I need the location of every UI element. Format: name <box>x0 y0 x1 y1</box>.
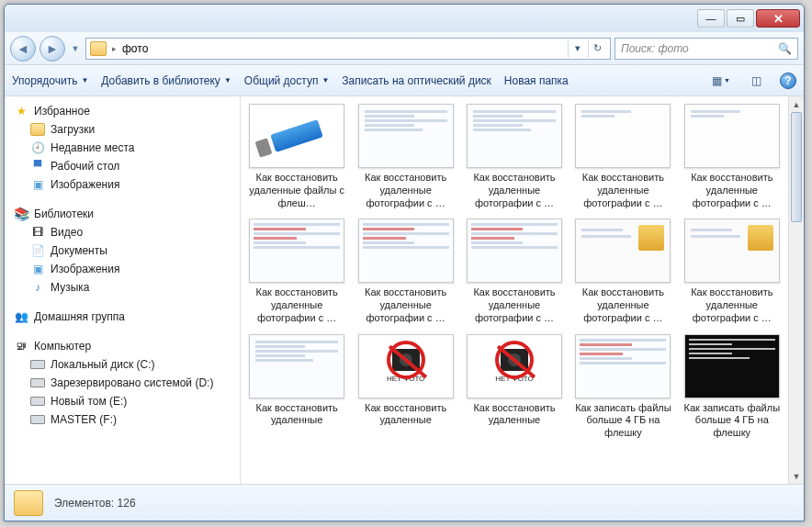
address-bar[interactable]: ▸ фото ▾ ↻ <box>85 38 611 60</box>
computer-group[interactable]: 🖳Компьютер <box>10 337 240 355</box>
share-menu[interactable]: Общий доступ▼ <box>244 74 330 87</box>
refresh-button[interactable]: ↻ <box>588 39 606 58</box>
file-thumbnail[interactable]: Как записать файлы больше 4 ГБ на флешку <box>570 332 675 442</box>
sidebar-item-desktop[interactable]: ▀Рабочий стол <box>10 157 240 175</box>
sidebar-item-downloads[interactable]: Загрузки <box>10 120 240 139</box>
file-thumbnail[interactable]: Как восстановить удаленные фотографии с … <box>244 217 349 326</box>
minimize-button[interactable]: — <box>697 9 725 28</box>
drive-icon <box>30 357 45 372</box>
new-folder-button[interactable]: Новая папка <box>504 74 569 87</box>
thumbnail-label: Как восстановить удаленные фотографии с … <box>356 286 456 324</box>
breadcrumb-folder[interactable]: фото <box>122 42 148 55</box>
scroll-track[interactable] <box>789 222 804 468</box>
file-thumbnail[interactable]: Как восстановить удаленные фотографии с … <box>462 102 567 211</box>
back-button[interactable]: ◄ <box>10 36 36 62</box>
status-bar: Элементов: 126 <box>5 484 804 521</box>
sidebar-item-recent[interactable]: 🕘Недавние места <box>10 139 240 157</box>
nav-pane: ★Избранное Загрузки 🕘Недавние места ▀Раб… <box>5 96 241 484</box>
file-thumbnail[interactable]: Как восстановить удаленные фотографии с … <box>570 102 675 211</box>
status-text: Элементов: 126 <box>54 497 136 510</box>
thumbnail-label: Как восстановить удаленные фотографии с … <box>682 286 782 324</box>
close-button[interactable]: ✕ <box>756 9 800 28</box>
folder-icon <box>14 490 43 516</box>
thumbnail-image <box>467 219 562 283</box>
sidebar-item-drive-e[interactable]: Новый том (E:) <box>10 392 240 410</box>
libraries-group[interactable]: 📚Библиотеки <box>10 205 240 223</box>
explorer-window: — ▭ ✕ ◄ ► ▼ ▸ фото ▾ ↻ Поиск: фото 🔍 Упо… <box>4 4 805 521</box>
search-input[interactable]: Поиск: фото 🔍 <box>615 38 798 60</box>
drive-icon <box>30 394 45 409</box>
scroll-thumb[interactable] <box>791 112 802 222</box>
add-to-library-menu[interactable]: Добавить в библиотеку▼ <box>101 74 231 87</box>
sidebar-item-images[interactable]: ▣Изображения <box>10 175 240 194</box>
sidebar-item-documents[interactable]: 📄Документы <box>10 241 240 260</box>
sidebar-item-drive-f[interactable]: MASTER (F:) <box>10 410 240 429</box>
nav-bar: ◄ ► ▼ ▸ фото ▾ ↻ Поиск: фото 🔍 <box>5 32 804 65</box>
thumbnail-image <box>249 219 344 283</box>
maximize-button[interactable]: ▭ <box>727 9 754 28</box>
file-thumbnail[interactable]: НЕТ ФОТОКак восстановить удаленные <box>353 332 457 442</box>
folder-icon <box>90 41 107 56</box>
organize-menu[interactable]: Упорядочить▼ <box>12 74 88 87</box>
thumbnail-image: НЕТ ФОТО <box>358 334 454 398</box>
documents-icon: 📄 <box>30 243 45 258</box>
libraries-icon: 📚 <box>14 207 28 221</box>
thumbnail-image <box>249 334 344 398</box>
homegroup-icon: 👥 <box>14 309 28 324</box>
thumbnail-label: Как восстановить удаленные файлы с флеш… <box>247 172 346 209</box>
images-icon: ▣ <box>30 262 45 276</box>
thumbnail-label: Как записать файлы больше 4 ГБ на флешку <box>682 402 782 440</box>
music-icon: ♪ <box>30 280 45 295</box>
thumbnail-image: НЕТ ФОТО <box>467 334 562 398</box>
address-dropdown[interactable]: ▾ <box>568 39 586 58</box>
scroll-up-button[interactable]: ▲ <box>789 96 804 112</box>
file-thumbnail[interactable]: Как восстановить удаленные фотографии с … <box>680 102 784 211</box>
thumbnail-label: Как восстановить удаленные <box>356 402 456 428</box>
help-button[interactable]: ? <box>780 73 796 89</box>
thumbnail-label: Как восстановить удаленные фотографии с … <box>465 172 564 209</box>
breadcrumb-separator: ▸ <box>112 44 117 53</box>
thumbnail-image <box>575 334 671 398</box>
file-thumbnail[interactable]: Как восстановить удаленные фотографии с … <box>680 217 784 326</box>
thumbnail-image <box>684 219 780 283</box>
thumbnail-image <box>358 104 454 168</box>
burn-button[interactable]: Записать на оптический диск <box>342 74 491 87</box>
sidebar-item-lib-images[interactable]: ▣Изображения <box>10 260 240 278</box>
history-dropdown[interactable]: ▼ <box>69 44 82 53</box>
thumbnail-image <box>684 104 780 168</box>
computer-icon: 🖳 <box>14 339 28 353</box>
sidebar-item-video[interactable]: 🎞Видео <box>10 223 240 241</box>
file-thumbnail[interactable]: НЕТ ФОТОКак восстановить удаленные <box>462 332 567 442</box>
forward-button[interactable]: ► <box>39 36 65 62</box>
file-thumbnail[interactable]: Как восстановить удаленные фотографии с … <box>353 217 457 326</box>
search-icon: 🔍 <box>778 42 792 55</box>
thumbnail-label: Как восстановить удаленные фотографии с … <box>573 286 672 324</box>
homegroup[interactable]: 👥Домашняя группа <box>10 308 240 326</box>
thumbnail-image <box>575 104 671 168</box>
file-thumbnail[interactable]: Как записать файлы больше 4 ГБ на флешку <box>680 332 784 442</box>
favorites-group[interactable]: ★Избранное <box>10 102 240 120</box>
recent-icon: 🕘 <box>30 140 45 155</box>
thumbnail-label: Как восстановить удаленные <box>247 402 346 428</box>
sidebar-item-drive-c[interactable]: Локальный диск (C:) <box>10 355 240 374</box>
video-icon: 🎞 <box>30 225 45 240</box>
file-thumbnail[interactable]: Как восстановить удаленные фотографии с … <box>462 217 567 326</box>
view-options-button[interactable]: ▦ ▼ <box>710 70 732 92</box>
file-thumbnail[interactable]: Как восстановить удаленные фотографии с … <box>570 217 675 326</box>
titlebar[interactable]: — ▭ ✕ <box>5 5 804 32</box>
file-thumbnail[interactable]: Как восстановить удаленные <box>244 332 349 442</box>
thumbnail-label: Как восстановить удаленные фотографии с … <box>465 286 564 324</box>
scroll-down-button[interactable]: ▼ <box>789 468 804 484</box>
drive-icon <box>30 412 45 427</box>
file-thumbnail[interactable]: Как восстановить удаленные файлы с флеш… <box>244 102 349 211</box>
sidebar-item-music[interactable]: ♪Музыка <box>10 278 240 297</box>
toolbar: Упорядочить▼ Добавить в библиотеку▼ Общи… <box>5 65 804 96</box>
sidebar-item-drive-d[interactable]: Зарезервировано системой (D:) <box>10 374 240 392</box>
body: ★Избранное Загрузки 🕘Недавние места ▀Раб… <box>5 96 804 484</box>
drive-icon <box>30 376 45 390</box>
file-thumbnail[interactable]: Как восстановить удаленные фотографии с … <box>353 102 457 211</box>
preview-pane-button[interactable]: ◫ <box>745 70 767 92</box>
thumbnail-image <box>358 219 454 283</box>
scrollbar[interactable]: ▲ ▼ <box>788 96 804 484</box>
downloads-icon <box>30 122 45 137</box>
